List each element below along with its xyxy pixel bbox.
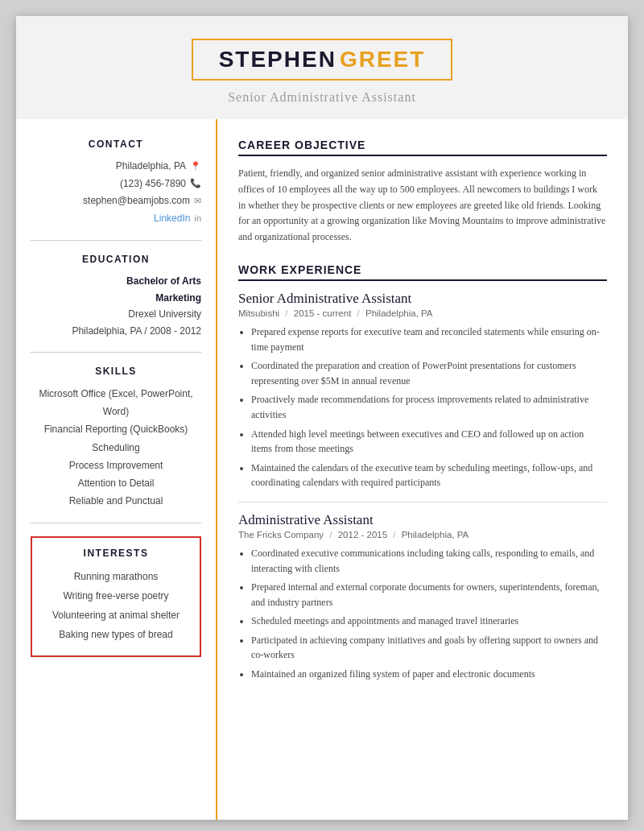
skills-heading: SKILLS bbox=[31, 366, 201, 377]
bullet-item: Maintained an organized filing system of… bbox=[251, 667, 607, 682]
contact-phone: (123) 456-7890 📞 bbox=[31, 176, 201, 193]
bullet-item: Attended high level meetings between exe… bbox=[251, 427, 607, 457]
last-name: GREET bbox=[340, 47, 425, 72]
jobs-container: Senior Administrative Assistant Mitsubis… bbox=[238, 291, 607, 682]
edu-degree-line2: Marketing bbox=[31, 290, 201, 306]
bullet-item: Prepared internal and external corporate… bbox=[251, 580, 607, 610]
left-column: CONTACT Philadelphia, PA 📍 (123) 456-789… bbox=[16, 119, 217, 820]
interest-item: Baking new types of bread bbox=[40, 625, 192, 644]
edu-degree-line1: Bachelor of Arts bbox=[31, 273, 201, 289]
interests-list: Running marathonsWriting free-verse poet… bbox=[40, 567, 192, 644]
contact-location: Philadelphia, PA 📍 bbox=[31, 158, 201, 176]
job-meta: Mitsubishi / 2015 - current / Philadelph… bbox=[238, 308, 607, 318]
bullet-item: Proactively made recommendations for pro… bbox=[251, 392, 607, 422]
skill-item: Reliable and Punctual bbox=[31, 492, 201, 510]
skill-item: Microsoft Office (Excel, PowerPoint, Wor… bbox=[31, 385, 201, 420]
career-objective-text: Patient, friendly, and organized senior … bbox=[238, 166, 607, 246]
job-block: Administrative Assistant The Fricks Comp… bbox=[238, 512, 607, 682]
location-icon: 📍 bbox=[190, 159, 201, 175]
job-bullets: Coordinated executive communications inc… bbox=[238, 546, 607, 682]
resume-page: STEPHEN GREET Senior Administrative Assi… bbox=[16, 16, 628, 820]
bullet-item: Scheduled meetings and appointments and … bbox=[251, 614, 607, 629]
job-meta: The Fricks Company / 2012 - 2015 / Phila… bbox=[238, 530, 607, 540]
job-title: Senior Administrative Assistant bbox=[32, 90, 612, 105]
linkedin-icon: in bbox=[194, 211, 201, 227]
contact-email: stephen@beamjobs.com ✉ bbox=[31, 192, 201, 210]
bullet-item: Maintained the calendars of the executiv… bbox=[251, 461, 607, 490]
skill-item: Financial Reporting (QuickBooks) bbox=[31, 420, 201, 438]
work-experience-heading: WORK EXPERIENCE bbox=[238, 263, 607, 281]
header-section: STEPHEN GREET Senior Administrative Assi… bbox=[16, 16, 628, 119]
education-heading: EDUCATION bbox=[31, 254, 201, 265]
interest-item: Volunteering at animal shelter bbox=[40, 606, 192, 625]
career-objective-heading: CAREER OBJECTIVE bbox=[238, 138, 607, 156]
skill-item: Scheduling bbox=[31, 439, 201, 457]
body-container: CONTACT Philadelphia, PA 📍 (123) 456-789… bbox=[16, 119, 628, 820]
bullet-item: Coordinated the preparation and creation… bbox=[251, 358, 607, 388]
email-icon: ✉ bbox=[194, 193, 201, 209]
phone-icon: 📞 bbox=[190, 176, 201, 192]
first-name: STEPHEN bbox=[219, 47, 336, 72]
job-company: Mitsubishi bbox=[238, 308, 279, 318]
job-divider bbox=[238, 502, 607, 502]
contact-linkedin[interactable]: LinkedIn in bbox=[31, 210, 201, 228]
divider-skills bbox=[31, 523, 201, 523]
skill-item: Process Improvement bbox=[31, 457, 201, 474]
interests-box: INTERESTS Running marathonsWriting free-… bbox=[31, 536, 201, 657]
job-years: 2015 - current bbox=[294, 308, 352, 318]
bullet-item: Participated in achieving company initia… bbox=[251, 633, 607, 663]
skill-item: Attention to Detail bbox=[31, 474, 201, 492]
work-experience-section: WORK EXPERIENCE Senior Administrative As… bbox=[238, 263, 607, 682]
education-block: Bachelor of Arts Marketing Drexel Univer… bbox=[31, 273, 201, 339]
bullet-item: Coordinated executive communications inc… bbox=[251, 546, 607, 576]
contact-heading: CONTACT bbox=[31, 138, 201, 150]
job-title: Senior Administrative Assistant bbox=[238, 291, 607, 307]
job-bullets: Prepared expense reports for executive t… bbox=[238, 325, 607, 490]
divider-education bbox=[31, 352, 201, 353]
job-block: Senior Administrative Assistant Mitsubis… bbox=[238, 291, 607, 490]
divider-contact bbox=[31, 240, 201, 241]
job-location: Philadelphia, PA bbox=[402, 530, 469, 540]
interest-item: Writing free-verse poetry bbox=[40, 586, 192, 606]
interests-heading: INTERESTS bbox=[40, 548, 192, 559]
job-title: Administrative Assistant bbox=[238, 512, 607, 528]
job-years: 2012 - 2015 bbox=[338, 530, 387, 540]
name-box: STEPHEN GREET bbox=[192, 39, 453, 81]
skills-list: Microsoft Office (Excel, PowerPoint, Wor… bbox=[31, 385, 201, 510]
bullet-item: Prepared expense reports for executive t… bbox=[251, 325, 607, 354]
right-column: CAREER OBJECTIVE Patient, friendly, and … bbox=[217, 119, 628, 820]
edu-school: Drexel University bbox=[31, 306, 201, 322]
edu-location-years: Philadelphia, PA / 2008 - 2012 bbox=[31, 323, 201, 339]
interest-item: Running marathons bbox=[40, 567, 192, 586]
job-location: Philadelphia, PA bbox=[365, 308, 433, 318]
job-company: The Fricks Company bbox=[238, 530, 324, 540]
